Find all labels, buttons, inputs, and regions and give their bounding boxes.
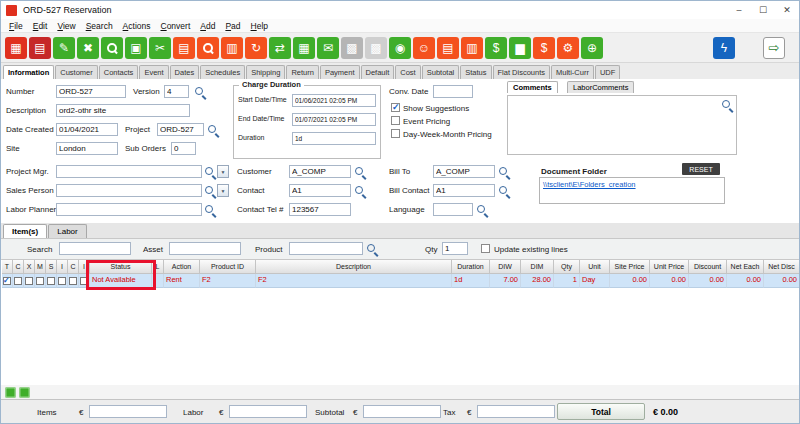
project-mgr-field[interactable]: [56, 165, 202, 178]
tab-return[interactable]: Return: [286, 65, 319, 79]
menu-item-search[interactable]: Search: [81, 21, 118, 31]
asset-input[interactable]: [169, 242, 241, 255]
update-existing-checkbox[interactable]: [481, 244, 490, 253]
grid-icon[interactable]: ▦: [293, 37, 315, 59]
grid-cell-product-id[interactable]: F2: [200, 274, 256, 288]
chat-icon[interactable]: ✉: [317, 37, 339, 59]
contact-field[interactable]: [289, 184, 351, 197]
settings-icon[interactable]: ⚙: [557, 37, 579, 59]
edit-icon[interactable]: ✎: [53, 37, 75, 59]
grid-col-header-net-disc[interactable]: Net Disc: [764, 260, 799, 274]
tab-event[interactable]: Event: [139, 65, 168, 79]
save-icon[interactable]: ▦: [5, 37, 27, 59]
project-mgr-search-icon[interactable]: [204, 166, 216, 178]
grid-cell-qty[interactable]: 1: [554, 274, 580, 288]
grid-cell-status[interactable]: Not Available: [90, 274, 152, 288]
grid-cell-i[interactable]: [57, 274, 68, 288]
product-input[interactable]: [289, 242, 363, 255]
row-flag-checkbox[interactable]: [25, 277, 33, 285]
share-icon[interactable]: ◉: [389, 37, 411, 59]
grid-cell-unit-price[interactable]: 0.00: [650, 274, 689, 288]
grid-cell-diw[interactable]: 7.00: [490, 274, 521, 288]
copy-icon[interactable]: ▣: [125, 37, 147, 59]
grid-cell-net-each[interactable]: 0.00: [727, 274, 764, 288]
row-flag-checkbox[interactable]: [80, 277, 88, 285]
tax-field[interactable]: [477, 405, 555, 418]
menu-item-help[interactable]: Help: [246, 21, 273, 31]
grid-cell-l[interactable]: [152, 274, 164, 288]
number-search-icon[interactable]: [194, 86, 206, 98]
language-field[interactable]: [433, 203, 473, 216]
tab-shipping[interactable]: Shipping: [246, 65, 285, 79]
chart-icon[interactable]: ▆: [509, 37, 531, 59]
grid-col-header-i[interactable]: I: [57, 260, 68, 274]
conv-date-field[interactable]: [433, 85, 473, 98]
row-flag-checkbox[interactable]: [14, 277, 22, 285]
grid-col-header-site-price[interactable]: Site Price: [610, 260, 650, 274]
row-flag-checkbox[interactable]: [3, 277, 11, 285]
grid-cell-x[interactable]: [24, 274, 35, 288]
grid-col-header-discount[interactable]: Discount: [689, 260, 727, 274]
grid-cell-s[interactable]: [46, 274, 57, 288]
document-icon[interactable]: ▤: [437, 37, 459, 59]
tab-multi-curr[interactable]: Multi-Curr: [551, 65, 594, 79]
grid-cell-duration[interactable]: 1d: [452, 274, 490, 288]
grid-cell-dim[interactable]: 28.00: [521, 274, 554, 288]
event-pricing-checkbox[interactable]: [391, 116, 400, 125]
customer-search-icon[interactable]: [354, 166, 366, 178]
flash-button[interactable]: ϟ: [713, 37, 735, 59]
show-suggestions-checkbox[interactable]: [391, 103, 400, 112]
grid-col-header-l[interactable]: L: [152, 260, 164, 274]
tab-contacts[interactable]: Contacts: [99, 65, 139, 79]
qty-input[interactable]: [442, 242, 468, 255]
print-icon[interactable]: ▤: [29, 37, 51, 59]
globe-icon[interactable]: ⊕: [581, 37, 603, 59]
tab-information[interactable]: Information: [3, 65, 54, 79]
grid-footer-button-2[interactable]: [19, 387, 30, 398]
comments-search-icon[interactable]: [721, 99, 733, 111]
contact-tel-field[interactable]: [289, 203, 351, 216]
labor-planner-search-icon[interactable]: [204, 204, 216, 216]
menu-item-file[interactable]: File: [4, 21, 28, 31]
grid-col-header-c[interactable]: C: [13, 260, 24, 274]
inactive-icon[interactable]: ▩: [341, 37, 363, 59]
paste-icon[interactable]: ▤: [173, 37, 195, 59]
menu-item-view[interactable]: View: [52, 21, 80, 31]
grid-col-header-s[interactable]: S: [46, 260, 57, 274]
grid-col-header-c[interactable]: C: [68, 260, 79, 274]
grid-cell-m[interactable]: [35, 274, 46, 288]
grid-cell-i[interactable]: [79, 274, 90, 288]
labor-planner-field[interactable]: [56, 203, 202, 216]
start-datetime-field[interactable]: [292, 94, 376, 107]
grid-col-header-status[interactable]: Status: [90, 260, 152, 274]
grid-cell-t[interactable]: [2, 274, 13, 288]
tab-subtotal[interactable]: Subtotal: [422, 65, 460, 79]
menu-item-convert[interactable]: Convert: [156, 21, 196, 31]
row-flag-checkbox[interactable]: [69, 277, 77, 285]
bill-contact-search-icon[interactable]: [498, 185, 510, 197]
grid-col-header-net-each[interactable]: Net Each: [727, 260, 764, 274]
sub-orders-field[interactable]: [171, 142, 196, 155]
tab-udf[interactable]: UDF: [595, 65, 620, 79]
date-created-field[interactable]: [56, 123, 118, 136]
duration-field[interactable]: [292, 132, 376, 145]
comments-box[interactable]: [507, 95, 737, 155]
tab-cost[interactable]: Cost: [395, 65, 420, 79]
smiley-icon[interactable]: ☺: [413, 37, 435, 59]
sales-person-dropdown[interactable]: [217, 184, 229, 197]
grid-cell-c[interactable]: [68, 274, 79, 288]
tab-schedules[interactable]: Schedules: [200, 65, 245, 79]
tab-labor[interactable]: Labor: [48, 224, 86, 238]
customer-field[interactable]: [289, 165, 351, 178]
grid-data-row[interactable]: Not AvailableRentF2F21d7.0028.001Day0.00…: [2, 274, 799, 288]
grid-col-header-diw[interactable]: DIW: [490, 260, 521, 274]
language-search-icon[interactable]: [476, 204, 488, 216]
exit-button[interactable]: ⇨: [763, 37, 785, 59]
grid-cell-discount[interactable]: 0.00: [689, 274, 727, 288]
row-flag-checkbox[interactable]: [36, 277, 44, 285]
cut-icon[interactable]: ✂: [149, 37, 171, 59]
tab-status[interactable]: Status: [460, 65, 491, 79]
grid-col-header-qty[interactable]: Qty: [554, 260, 580, 274]
row-flag-checkbox[interactable]: [47, 277, 55, 285]
grid-cell-action[interactable]: Rent: [164, 274, 200, 288]
